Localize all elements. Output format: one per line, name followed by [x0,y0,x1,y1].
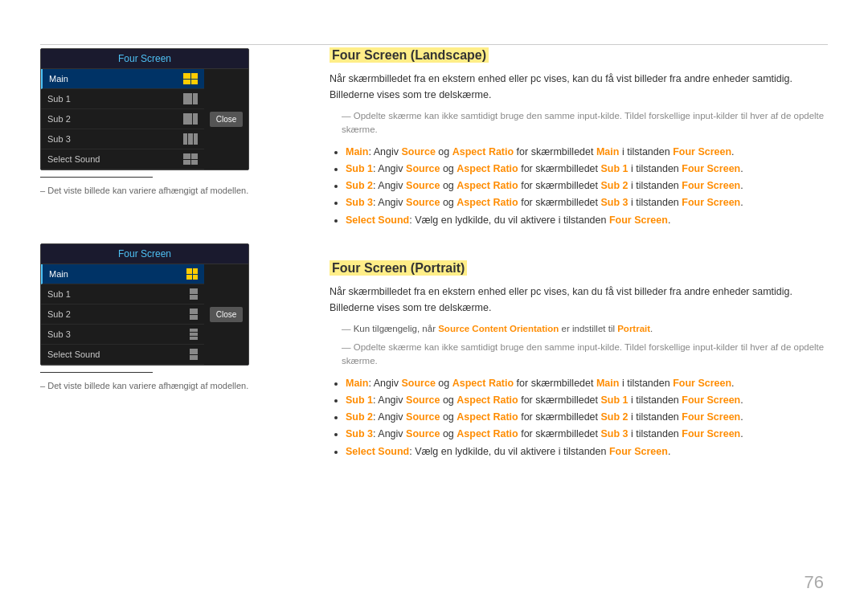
landscape-sub-note: Opdelte skærme kan ikke samtidigt bruge … [338,109,828,137]
sub2-icon [183,113,198,125]
portrait-ui-section: Four Screen Main Sub 1 [40,243,297,415]
menu-item-main-portrait[interactable]: Main [41,264,204,284]
menu-item-select-sound-portrait[interactable]: Select Sound [41,345,204,365]
menu-item-select-sound-landscape[interactable]: Select Sound [41,149,204,170]
portrait-bullet-sub3: Sub 3: Angiv Source og Aspect Ratio for … [346,426,828,443]
menu-item-sub1-portrait[interactable]: Sub 1 [41,284,204,304]
portrait-sub-note1: Kun tilgængelig, når Source Content Orie… [338,322,828,336]
menu-item-sub1-landscape[interactable]: Sub 1 [41,89,204,109]
landscape-bullet-main: Main: Angiv Source og Aspect Ratio for s… [346,144,828,161]
portrait-title-block: Four Screen (Portrait) [330,261,828,276]
portrait-text-section: Four Screen (Portrait) Når skærmbilledet… [330,261,828,460]
menu-item-main-port-label: Main [49,269,68,279]
portrait-ui-box: Four Screen Main Sub 1 [40,243,249,366]
portrait-image-note: Det viste billede kan variere afhængigt … [40,381,297,390]
landscape-description: Når skærmbilledet fra en ekstern enhed e… [330,71,828,103]
menu-item-sub3-label: Sub 3 [47,134,71,144]
left-column: Four Screen Main Sub 1 [40,48,297,581]
portrait-description: Når skærmbilledet fra en ekstern enhed e… [330,284,828,316]
landscape-bullets: Main: Angiv Source og Aspect Ratio for s… [346,144,828,229]
landscape-section-title: Four Screen (Landscape) [330,47,489,63]
landscape-bullet-sub1: Sub 1: Angiv Source og Aspect Ratio for … [346,161,828,178]
menu-item-select-sound-port-label: Select Sound [47,349,100,359]
landscape-title-block: Four Screen (Landscape) [330,48,828,63]
menu-item-sub2-landscape[interactable]: Sub 2 [41,109,204,129]
menu-item-sub3-port-label: Sub 3 [47,329,71,339]
landscape-bullet-sub2: Sub 2: Angiv Source og Aspect Ratio for … [346,178,828,194]
menu-item-sub1-label: Sub 1 [47,94,71,104]
top-divider [40,44,828,45]
menu-item-sub3-portrait[interactable]: Sub 3 [41,325,204,345]
port-sub3-icon [190,329,198,340]
bullet-main-label: Main [346,146,368,157]
landscape-bullet-select-sound: Select Sound: Vælg en lydkilde, du vil a… [346,212,828,229]
menu-item-main-landscape[interactable]: Main [41,69,204,89]
sub3-icon [183,133,198,145]
menu-item-sub1-port-label: Sub 1 [47,289,71,299]
menu-item-sub2-port-label: Sub 2 [47,309,71,319]
portrait-bullet-sub2: Sub 2: Angiv Source og Aspect Ratio for … [346,409,828,426]
portrait-menu: Main Sub 1 [41,264,204,365]
port-sub2-icon [190,309,198,320]
menu-item-sub2-label: Sub 2 [47,114,71,124]
portrait-section-title: Four Screen (Portrait) [330,260,467,276]
port-sub1-icon [190,288,198,300]
landscape-close-area: Close [204,69,248,170]
portrait-close-button[interactable]: Close [210,307,244,322]
portrait-sub-note2: Opdelte skærme kan ikke samtidigt bruge … [338,341,828,369]
portrait-close-area: Close [204,264,248,365]
sub1-icon [183,93,198,104]
landscape-menu: Main Sub 1 [41,69,204,170]
main-grid-icon [183,73,198,84]
landscape-close-button[interactable]: Close [210,112,244,127]
landscape-image-note: Det viste billede kan variere afhængigt … [40,186,297,195]
page-number: 76 [805,572,824,593]
landscape-ui-content: Main Sub 1 [41,69,248,170]
right-column: Four Screen (Landscape) Når skærmbillede… [330,48,828,581]
landscape-ui-title: Four Screen [41,49,248,69]
landscape-text-section: Four Screen (Landscape) Når skærmbillede… [330,48,828,229]
landscape-ui-box: Four Screen Main Sub 1 [40,48,249,170]
portrait-divider-line [40,372,297,373]
portrait-bullet-select-sound: Select Sound: Vælg en lydkilde, du vil a… [346,443,828,460]
menu-item-select-sound-label: Select Sound [47,154,100,164]
landscape-bullet-sub3: Sub 3: Angiv Source og Aspect Ratio for … [346,194,828,211]
menu-item-sub3-landscape[interactable]: Sub 3 [41,129,204,149]
menu-item-main-label: Main [49,74,68,84]
portrait-ui-title: Four Screen [41,244,248,264]
port-main-icon [186,268,198,280]
landscape-divider-line [40,177,297,178]
select-sound-icon [183,153,198,165]
landscape-ui-section: Four Screen Main Sub 1 [40,48,297,219]
portrait-bullet-sub1: Sub 1: Angiv Source og Aspect Ratio for … [346,392,828,409]
portrait-ui-content: Main Sub 1 [41,264,248,365]
portrait-bullet-main: Main: Angiv Source og Aspect Ratio for s… [346,375,828,392]
port-select-sound-icon [190,349,198,360]
menu-item-sub2-portrait[interactable]: Sub 2 [41,304,204,325]
portrait-bullets: Main: Angiv Source og Aspect Ratio for s… [346,375,828,460]
